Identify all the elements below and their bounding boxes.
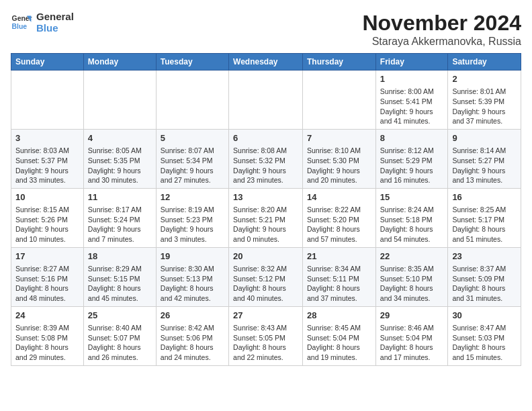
day-number: 8: [380, 132, 444, 144]
day-number: 26: [161, 310, 224, 322]
day-info: Sunrise: 8:27 AM Sunset: 5:16 PM Dayligh…: [15, 264, 79, 304]
month-title: November 2024: [362, 11, 521, 36]
calendar-cell: [303, 71, 376, 130]
day-info: Sunrise: 8:32 AM Sunset: 5:12 PM Dayligh…: [233, 264, 298, 304]
day-number: 19: [161, 250, 224, 263]
calendar-cell: 2Sunrise: 8:01 AM Sunset: 5:39 PM Daylig…: [448, 71, 521, 130]
page-header: General Blue GeneralBlue November 2024 S…: [11, 11, 521, 48]
weekday-header-tuesday: Tuesday: [156, 54, 228, 71]
calendar-cell: [11, 71, 84, 130]
calendar-table: SundayMondayTuesdayWednesdayThursdayFrid…: [11, 53, 521, 366]
weekday-header-wednesday: Wednesday: [229, 54, 303, 71]
calendar-cell: 16Sunrise: 8:25 AM Sunset: 5:17 PM Dayli…: [448, 188, 521, 247]
day-info: Sunrise: 8:47 AM Sunset: 5:03 PM Dayligh…: [452, 323, 517, 363]
calendar-cell: 30Sunrise: 8:47 AM Sunset: 5:03 PM Dayli…: [448, 306, 521, 365]
calendar-cell: 11Sunrise: 8:17 AM Sunset: 5:24 PM Dayli…: [83, 188, 156, 247]
calendar-week-row: 10Sunrise: 8:15 AM Sunset: 5:26 PM Dayli…: [11, 188, 521, 247]
calendar-cell: 25Sunrise: 8:40 AM Sunset: 5:07 PM Dayli…: [83, 306, 156, 365]
weekday-header-thursday: Thursday: [303, 54, 376, 71]
day-info: Sunrise: 8:42 AM Sunset: 5:06 PM Dayligh…: [161, 323, 224, 363]
logo-text: GeneralBlue: [36, 11, 74, 34]
calendar-cell: 13Sunrise: 8:20 AM Sunset: 5:21 PM Dayli…: [229, 188, 303, 247]
calendar-cell: 20Sunrise: 8:32 AM Sunset: 5:12 PM Dayli…: [229, 247, 303, 306]
calendar-cell: 28Sunrise: 8:45 AM Sunset: 5:04 PM Dayli…: [303, 306, 376, 365]
day-info: Sunrise: 8:40 AM Sunset: 5:07 PM Dayligh…: [88, 323, 152, 363]
calendar-cell: 12Sunrise: 8:19 AM Sunset: 5:23 PM Dayli…: [156, 188, 228, 247]
day-info: Sunrise: 8:05 AM Sunset: 5:35 PM Dayligh…: [88, 146, 152, 185]
calendar-week-row: 1Sunrise: 8:00 AM Sunset: 5:41 PM Daylig…: [11, 71, 521, 130]
calendar-cell: 24Sunrise: 8:39 AM Sunset: 5:08 PM Dayli…: [11, 306, 84, 365]
calendar-cell: 22Sunrise: 8:35 AM Sunset: 5:10 PM Dayli…: [375, 247, 448, 306]
logo: General Blue GeneralBlue: [11, 11, 74, 34]
calendar-cell: [229, 71, 303, 130]
day-info: Sunrise: 8:37 AM Sunset: 5:09 PM Dayligh…: [452, 264, 517, 304]
day-number: 2: [452, 73, 517, 85]
day-number: 29: [380, 310, 444, 322]
calendar-cell: 15Sunrise: 8:24 AM Sunset: 5:18 PM Dayli…: [375, 188, 448, 247]
day-number: 30: [452, 310, 517, 322]
day-number: 11: [88, 191, 152, 203]
day-number: 23: [452, 250, 517, 263]
calendar-week-row: 3Sunrise: 8:03 AM Sunset: 5:37 PM Daylig…: [11, 129, 521, 188]
day-number: 7: [307, 132, 371, 144]
calendar-cell: 7Sunrise: 8:10 AM Sunset: 5:30 PM Daylig…: [303, 129, 376, 188]
day-number: 25: [88, 310, 152, 322]
calendar-cell: 10Sunrise: 8:15 AM Sunset: 5:26 PM Dayli…: [11, 188, 84, 247]
calendar-cell: 26Sunrise: 8:42 AM Sunset: 5:06 PM Dayli…: [156, 306, 228, 365]
calendar-cell: [156, 71, 228, 130]
day-number: 6: [233, 132, 298, 144]
day-number: 3: [15, 132, 79, 144]
day-info: Sunrise: 8:22 AM Sunset: 5:20 PM Dayligh…: [307, 205, 371, 244]
day-info: Sunrise: 8:45 AM Sunset: 5:04 PM Dayligh…: [307, 323, 371, 363]
day-number: 16: [452, 191, 517, 203]
day-info: Sunrise: 8:35 AM Sunset: 5:10 PM Dayligh…: [380, 264, 444, 304]
day-number: 10: [15, 191, 79, 203]
day-info: Sunrise: 8:08 AM Sunset: 5:32 PM Dayligh…: [233, 146, 298, 185]
day-info: Sunrise: 8:17 AM Sunset: 5:24 PM Dayligh…: [88, 205, 152, 244]
day-info: Sunrise: 8:12 AM Sunset: 5:29 PM Dayligh…: [380, 146, 444, 185]
day-info: Sunrise: 8:24 AM Sunset: 5:18 PM Dayligh…: [380, 205, 444, 244]
day-number: 18: [88, 250, 152, 263]
weekday-header-saturday: Saturday: [448, 54, 521, 71]
day-number: 15: [380, 191, 444, 203]
calendar-cell: 19Sunrise: 8:30 AM Sunset: 5:13 PM Dayli…: [156, 247, 228, 306]
day-info: Sunrise: 8:00 AM Sunset: 5:41 PM Dayligh…: [380, 87, 444, 126]
day-info: Sunrise: 8:10 AM Sunset: 5:30 PM Dayligh…: [307, 146, 371, 185]
day-info: Sunrise: 8:30 AM Sunset: 5:13 PM Dayligh…: [161, 264, 224, 304]
day-info: Sunrise: 8:19 AM Sunset: 5:23 PM Dayligh…: [161, 205, 224, 244]
calendar-cell: 9Sunrise: 8:14 AM Sunset: 5:27 PM Daylig…: [448, 129, 521, 188]
calendar-cell: 8Sunrise: 8:12 AM Sunset: 5:29 PM Daylig…: [375, 129, 448, 188]
location-title: Staraya Akkermanovka, Russia: [362, 36, 521, 48]
calendar-week-row: 17Sunrise: 8:27 AM Sunset: 5:16 PM Dayli…: [11, 247, 521, 306]
day-info: Sunrise: 8:03 AM Sunset: 5:37 PM Dayligh…: [15, 146, 79, 185]
day-info: Sunrise: 8:20 AM Sunset: 5:21 PM Dayligh…: [233, 205, 298, 244]
day-info: Sunrise: 8:14 AM Sunset: 5:27 PM Dayligh…: [452, 146, 517, 185]
logo-icon: General Blue: [11, 11, 32, 33]
day-info: Sunrise: 8:46 AM Sunset: 5:04 PM Dayligh…: [380, 323, 444, 363]
day-number: 27: [233, 310, 298, 322]
day-number: 12: [161, 191, 224, 203]
day-number: 14: [307, 191, 371, 203]
day-info: Sunrise: 8:07 AM Sunset: 5:34 PM Dayligh…: [161, 146, 224, 185]
day-info: Sunrise: 8:29 AM Sunset: 5:15 PM Dayligh…: [88, 264, 152, 304]
day-number: 1: [380, 73, 444, 85]
weekday-header-monday: Monday: [83, 54, 156, 71]
calendar-cell: 29Sunrise: 8:46 AM Sunset: 5:04 PM Dayli…: [375, 306, 448, 365]
calendar-cell: [83, 71, 156, 130]
day-info: Sunrise: 8:34 AM Sunset: 5:11 PM Dayligh…: [307, 264, 371, 304]
title-block: November 2024 Staraya Akkermanovka, Russ…: [362, 11, 521, 48]
day-number: 24: [15, 310, 79, 322]
day-number: 4: [88, 132, 152, 144]
day-info: Sunrise: 8:43 AM Sunset: 5:05 PM Dayligh…: [233, 323, 298, 363]
day-number: 17: [15, 250, 79, 263]
day-number: 9: [452, 132, 517, 144]
calendar-cell: 4Sunrise: 8:05 AM Sunset: 5:35 PM Daylig…: [83, 129, 156, 188]
day-info: Sunrise: 8:25 AM Sunset: 5:17 PM Dayligh…: [452, 205, 517, 244]
day-info: Sunrise: 8:39 AM Sunset: 5:08 PM Dayligh…: [15, 323, 79, 363]
calendar-header-row: SundayMondayTuesdayWednesdayThursdayFrid…: [11, 54, 521, 71]
calendar-cell: 23Sunrise: 8:37 AM Sunset: 5:09 PM Dayli…: [448, 247, 521, 306]
day-number: 21: [307, 250, 371, 263]
calendar-cell: 1Sunrise: 8:00 AM Sunset: 5:41 PM Daylig…: [375, 71, 448, 130]
day-info: Sunrise: 8:01 AM Sunset: 5:39 PM Dayligh…: [452, 87, 517, 126]
calendar-week-row: 24Sunrise: 8:39 AM Sunset: 5:08 PM Dayli…: [11, 306, 521, 365]
